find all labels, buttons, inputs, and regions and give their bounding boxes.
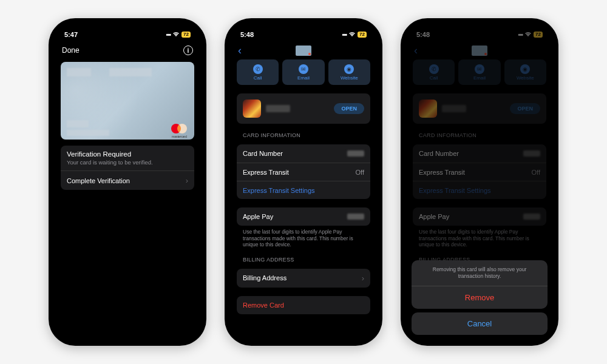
app-name-redacted [266, 105, 290, 112]
express-transit-label: Express Transit [243, 169, 289, 176]
call-button[interactable]: ✆ Call [237, 59, 279, 85]
action-sheet: Removing this card will also remove your… [412, 260, 548, 335]
chevron-right-icon: › [362, 274, 364, 283]
email-label: Email [297, 75, 310, 81]
signal-icon [166, 31, 171, 38]
billing-address-button[interactable]: Billing Address › [237, 269, 370, 288]
card-info-header: Card Information [243, 132, 370, 138]
signal-icon [342, 31, 347, 38]
billing-address-label: Billing Address [243, 274, 287, 281]
complete-verification-button[interactable]: Complete Verification › [61, 170, 194, 190]
sheet-message: Removing this card will also remove your… [412, 260, 548, 286]
notch [97, 24, 158, 38]
nav-card-thumbnail [296, 46, 311, 56]
phone-icon: ✆ [253, 64, 263, 74]
done-button[interactable]: Done [62, 46, 80, 55]
card-image: mastercard [61, 62, 194, 140]
email-button[interactable]: ✉ Email [282, 59, 324, 85]
battery-icon: 72 [181, 32, 191, 38]
status-time: 5:48 [240, 31, 254, 38]
status-time: 5:47 [64, 31, 78, 38]
express-transit-settings-button[interactable]: Express Transit Settings [237, 181, 370, 199]
card-number-label: Card Number [243, 150, 283, 157]
complete-verification-label: Complete Verification [67, 177, 130, 184]
nav-bar: Done i [55, 41, 200, 59]
battery-icon: 72 [358, 32, 367, 38]
remove-button[interactable]: Remove [412, 286, 548, 309]
verification-title: Verification Required [67, 150, 131, 158]
open-app-button[interactable]: OPEN [334, 103, 364, 114]
website-button[interactable]: ◉ Website [328, 59, 370, 85]
notch [449, 24, 510, 38]
mastercard-logo-icon: mastercard [171, 124, 187, 133]
card-number-value-redacted [347, 150, 364, 157]
chevron-right-icon: › [186, 176, 188, 185]
verification-required-row: Verification Required Your card is waiti… [61, 146, 194, 170]
app-icon [243, 99, 261, 118]
card-number-row[interactable]: Card Number [237, 144, 370, 163]
apple-pay-note: Use the last four digits to identify App… [243, 229, 364, 248]
express-transit-settings-label: Express Transit Settings [243, 187, 315, 194]
cancel-button[interactable]: Cancel [412, 312, 548, 335]
call-label: Call [254, 75, 262, 81]
notch [273, 24, 334, 38]
email-icon: ✉ [299, 64, 308, 74]
verification-subtitle: Your card is waiting to be verified. [67, 159, 153, 166]
apple-pay-value-redacted [347, 214, 364, 220]
apple-pay-label: Apple Pay [243, 213, 273, 220]
wifi-icon [348, 31, 356, 38]
phone-3: 5:48 72 ‹ ✆Call ✉Email ◉Website OPEN [401, 18, 558, 346]
phone-2: 5:48 72 ‹ ✆ Call ✉ Email [225, 18, 382, 346]
website-label: Website [341, 75, 358, 81]
express-transit-value: Off [356, 169, 364, 176]
remove-card-label: Remove Card [243, 302, 284, 309]
remove-card-button[interactable]: Remove Card [237, 296, 370, 314]
nav-bar: ‹ [231, 41, 376, 59]
billing-header: Billing Address [243, 257, 370, 263]
express-transit-row[interactable]: Express Transit Off [237, 163, 370, 181]
apple-pay-row[interactable]: Apple Pay [237, 207, 370, 226]
phone-1: 5:47 72 Done i mastercard Verif [49, 18, 206, 346]
info-icon[interactable]: i [183, 46, 193, 55]
app-row: OPEN [237, 93, 370, 124]
back-button[interactable]: ‹ [238, 44, 242, 57]
compass-icon: ◉ [344, 64, 354, 74]
wifi-icon [172, 31, 180, 38]
